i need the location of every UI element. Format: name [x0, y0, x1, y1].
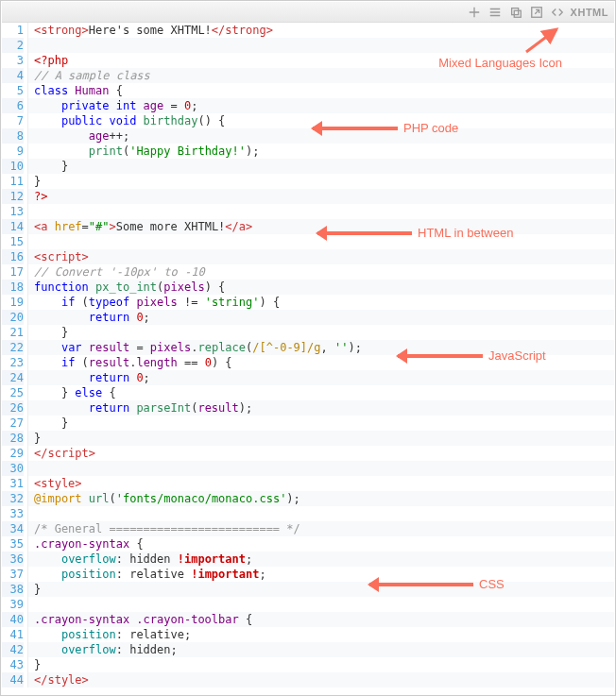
line-number: 36: [2, 552, 24, 567]
line-number: 29: [2, 446, 24, 461]
editor-toolbar: XHTML: [2, 2, 614, 23]
code-line: var result = pixels.replace(/[^-0-9]/g, …: [28, 340, 614, 355]
line-number: 39: [2, 597, 24, 612]
line-number: 44: [2, 672, 24, 688]
code-line: print('Happy Birthday!');: [28, 144, 614, 159]
code-line: </script>: [28, 446, 614, 461]
code-line: ?>: [28, 189, 614, 204]
code-line: <strong>Here's some XHTML!</strong>: [28, 23, 614, 38]
lines-icon[interactable]: [488, 5, 503, 20]
line-number: 2: [2, 38, 24, 53]
line-number: 18: [2, 280, 24, 295]
code-line: // A sample class: [28, 68, 614, 83]
code-line: overflow: hidden !important;: [28, 552, 614, 567]
line-number: 11: [2, 174, 24, 189]
code-line: } else {: [28, 385, 614, 400]
code-line: return 0;: [28, 370, 614, 385]
line-number: 5: [2, 83, 24, 98]
line-number: 16: [2, 249, 24, 264]
code-line: position: relative !important;: [28, 567, 614, 582]
code-line: }: [28, 159, 614, 174]
editor-body: 1234567891011121314151617181920212223242…: [2, 23, 614, 688]
line-number: 1: [2, 23, 24, 38]
code-line: overflow: hidden;: [28, 642, 614, 657]
code-line: [28, 38, 614, 53]
svg-rect-0: [511, 8, 518, 14]
line-number: 31: [2, 476, 24, 491]
line-number: 38: [2, 582, 24, 597]
code-line: function px_to_int(pixels) {: [28, 280, 614, 295]
popup-icon[interactable]: [529, 5, 544, 20]
line-number: 9: [2, 144, 24, 159]
code-line: age++;: [28, 128, 614, 144]
line-number: 34: [2, 521, 24, 536]
line-number: 13: [2, 204, 24, 219]
code-line: }: [28, 325, 614, 340]
code-line: if (result.length == 0) {: [28, 355, 614, 370]
code-line: }: [28, 416, 614, 431]
code-line: public void birthday() {: [28, 113, 614, 128]
code-line: private int age = 0;: [28, 98, 614, 113]
line-number: 35: [2, 536, 24, 552]
line-number: 20: [2, 310, 24, 325]
line-number: 40: [2, 612, 24, 627]
plus-icon[interactable]: [467, 5, 482, 20]
code-icon[interactable]: [550, 5, 565, 20]
line-number: 6: [2, 98, 24, 113]
line-number: 10: [2, 159, 24, 174]
code-line: }: [28, 582, 614, 597]
line-number: 17: [2, 264, 24, 280]
line-number: 14: [2, 219, 24, 234]
line-number: 15: [2, 234, 24, 249]
line-number: 4: [2, 68, 24, 83]
line-number: 19: [2, 295, 24, 310]
code-line: }: [28, 174, 614, 189]
line-number: 27: [2, 416, 24, 431]
line-number: 7: [2, 113, 24, 128]
code-line: [28, 597, 614, 612]
code-line: [28, 461, 614, 476]
code-editor-panel: XHTML 1234567891011121314151617181920212…: [0, 0, 616, 696]
code-line: <style>: [28, 476, 614, 491]
code-area[interactable]: <strong>Here's some XHTML!</strong><?php…: [28, 23, 614, 688]
code-line: [28, 234, 614, 249]
code-line: return 0;: [28, 310, 614, 325]
copy-icon[interactable]: [508, 5, 523, 20]
svg-rect-1: [514, 10, 521, 17]
line-number: 25: [2, 385, 24, 400]
line-number: 33: [2, 506, 24, 521]
code-line: position: relative;: [28, 627, 614, 642]
code-line: @import url('fonts/monaco/monaco.css');: [28, 491, 614, 506]
line-number: 30: [2, 461, 24, 476]
line-number: 21: [2, 325, 24, 340]
line-gutter: 1234567891011121314151617181920212223242…: [2, 23, 28, 688]
line-number: 23: [2, 355, 24, 370]
code-line: class Human {: [28, 83, 614, 98]
line-number: 43: [2, 657, 24, 672]
line-number: 24: [2, 370, 24, 385]
code-line: /* General ========================= */: [28, 521, 614, 536]
line-number: 42: [2, 642, 24, 657]
code-line: }: [28, 431, 614, 446]
code-line: <script>: [28, 249, 614, 264]
code-line: .crayon-syntax {: [28, 536, 614, 552]
code-line: }: [28, 657, 614, 672]
line-number: 26: [2, 400, 24, 416]
code-line: <a href="#">Some more XHTML!</a>: [28, 219, 614, 234]
line-number: 28: [2, 431, 24, 446]
code-line: <?php: [28, 53, 614, 68]
code-line: .crayon-syntax .crayon-toolbar {: [28, 612, 614, 627]
line-number: 8: [2, 128, 24, 144]
line-number: 32: [2, 491, 24, 506]
code-line: return parseInt(result);: [28, 400, 614, 416]
line-number: 41: [2, 627, 24, 642]
code-line: </style>: [28, 672, 614, 688]
code-line: if (typeof pixels != 'string') {: [28, 295, 614, 310]
code-line: // Convert '-10px' to -10: [28, 264, 614, 280]
code-line: [28, 506, 614, 521]
line-number: 22: [2, 340, 24, 355]
code-line: [28, 204, 614, 219]
line-number: 12: [2, 189, 24, 204]
line-number: 3: [2, 53, 24, 68]
language-label: XHTML: [571, 7, 608, 18]
